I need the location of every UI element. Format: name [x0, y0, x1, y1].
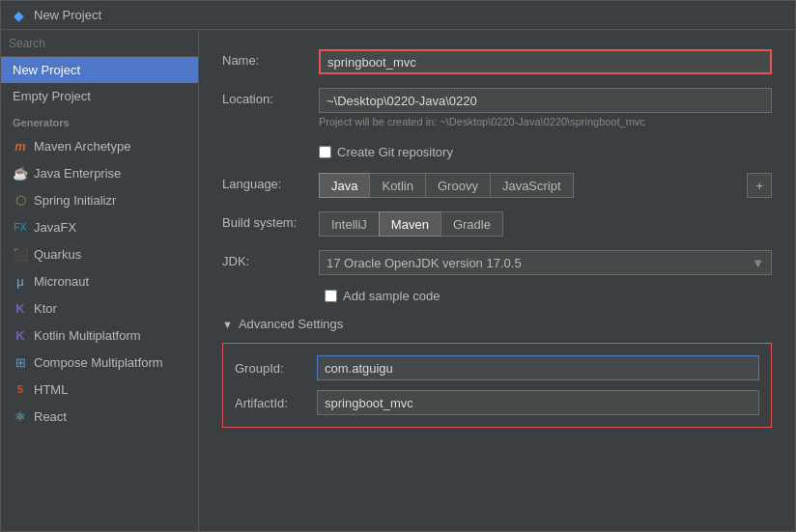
kotlin-multiplatform-icon: K [13, 327, 28, 343]
build-system-row: Build system: IntelliJ Maven Gradle [222, 211, 772, 237]
window-title: New Project [34, 8, 101, 22]
group-id-row: GroupId: [235, 355, 759, 380]
language-control: Java Kotlin Groovy JavaScript [319, 173, 743, 198]
html-label: HTML [34, 382, 68, 397]
jdk-control: 17 Oracle OpenJDK version 17.0.5 ▼ [319, 250, 772, 275]
new-project-window: ◆ New Project New Project Empty Project … [0, 0, 796, 532]
location-label: Location: [222, 88, 319, 106]
name-control [319, 49, 772, 74]
empty-project-label: Empty Project [13, 89, 91, 103]
sidebar-item-java-enterprise[interactable]: ☕ Java Enterprise [1, 159, 198, 186]
title-bar: ◆ New Project [1, 1, 795, 30]
react-label: React [34, 409, 67, 424]
git-row: Create Git repository [222, 141, 772, 159]
language-add-btn[interactable]: + [747, 173, 772, 198]
name-input[interactable] [319, 49, 772, 74]
spring-initializr-label: Spring Initializr [34, 193, 116, 208]
git-checkbox-label: Create Git repository [337, 145, 453, 159]
maven-archetype-label: Maven Archetype [34, 139, 130, 154]
html-icon: 5 [13, 381, 28, 397]
sidebar-item-empty-project[interactable]: Empty Project [1, 83, 198, 109]
git-checkbox-row: Create Git repository [319, 145, 772, 159]
java-enterprise-label: Java Enterprise [34, 166, 121, 181]
language-javascript-btn[interactable]: JavaScript [490, 173, 574, 198]
name-row: Name: [222, 49, 772, 74]
add-sample-label: Add sample code [343, 289, 440, 303]
name-label: Name: [222, 49, 319, 68]
jdk-label: JDK: [222, 250, 319, 268]
window-icon: ◆ [11, 8, 26, 23]
quarkus-label: Quarkus [34, 247, 81, 262]
micronaut-label: Micronaut [34, 274, 89, 289]
build-system-label: Build system: [222, 211, 319, 230]
advanced-settings-label: Advanced Settings [239, 317, 343, 331]
sidebar: New Project Empty Project Generators m M… [1, 30, 199, 531]
build-system-control: IntelliJ Maven Gradle [319, 211, 772, 237]
sidebar-item-react[interactable]: ⚛ React [1, 403, 198, 430]
main-panel: Name: Location: Project will be created … [199, 30, 795, 531]
sidebar-item-micronaut[interactable]: μ Micronaut [1, 267, 198, 294]
build-gradle-btn[interactable]: Gradle [441, 211, 503, 237]
add-sample-checkbox[interactable] [325, 290, 337, 302]
group-id-input[interactable] [317, 355, 759, 380]
spring-icon: ⬡ [13, 192, 28, 208]
compose-icon: ⊞ [13, 354, 28, 370]
sidebar-item-javafx[interactable]: FX JavaFX [1, 213, 198, 240]
git-control: Create Git repository [319, 141, 772, 159]
sidebar-item-new-project[interactable]: New Project [1, 57, 198, 83]
advanced-settings-content: GroupId: ArtifactId: [222, 343, 772, 428]
java-enterprise-icon: ☕ [13, 165, 28, 181]
sidebar-item-maven-archetype[interactable]: m Maven Archetype [1, 132, 198, 159]
jdk-select-wrapper: 17 Oracle OpenJDK version 17.0.5 ▼ [319, 250, 772, 275]
build-maven-btn[interactable]: Maven [379, 211, 441, 237]
build-system-btn-group: IntelliJ Maven Gradle [319, 211, 772, 237]
search-bar[interactable] [1, 30, 198, 57]
git-spacer [222, 141, 319, 145]
language-groovy-btn[interactable]: Groovy [425, 173, 490, 198]
react-icon: ⚛ [13, 408, 28, 424]
maven-icon: m [13, 138, 28, 154]
location-input[interactable] [319, 88, 772, 113]
micronaut-icon: μ [13, 273, 28, 289]
group-id-label: GroupId: [235, 361, 317, 376]
sidebar-item-kotlin-multiplatform[interactable]: K Kotlin Multiplatform [1, 322, 198, 349]
search-input[interactable] [9, 37, 190, 50]
sidebar-item-html[interactable]: 5 HTML [1, 376, 198, 403]
sidebar-item-spring-initializr[interactable]: ⬡ Spring Initializr [1, 186, 198, 213]
language-label: Language: [222, 173, 319, 191]
language-row: Language: Java Kotlin Groovy JavaScript … [222, 173, 772, 198]
location-hint: Project will be created in: ~\Desktop\02… [319, 116, 772, 127]
language-kotlin-btn[interactable]: Kotlin [369, 173, 425, 198]
kotlin-multiplatform-label: Kotlin Multiplatform [34, 328, 141, 343]
ktor-label: Ktor [34, 301, 57, 316]
artifact-id-label: ArtifactId: [235, 396, 317, 410]
sidebar-item-ktor[interactable]: K Ktor [1, 294, 198, 322]
generators-section-label: Generators [1, 109, 198, 132]
add-sample-row: Add sample code [222, 289, 772, 303]
jdk-row: JDK: 17 Oracle OpenJDK version 17.0.5 ▼ [222, 250, 772, 275]
build-intellij-btn[interactable]: IntelliJ [319, 211, 379, 237]
new-project-label: New Project [13, 63, 80, 77]
sidebar-item-compose-multiplatform[interactable]: ⊞ Compose Multiplatform [1, 349, 198, 376]
sidebar-item-quarkus[interactable]: ⬛ Quarkus [1, 240, 198, 267]
jdk-select[interactable]: 17 Oracle OpenJDK version 17.0.5 [319, 250, 772, 275]
location-control: Project will be created in: ~\Desktop\02… [319, 88, 772, 127]
compose-multiplatform-label: Compose Multiplatform [34, 355, 163, 370]
advanced-settings-header[interactable]: ▼ Advanced Settings [222, 317, 772, 331]
artifact-id-row: ArtifactId: [235, 390, 759, 415]
artifact-id-input[interactable] [317, 390, 759, 415]
git-checkbox[interactable] [319, 146, 331, 158]
location-row: Location: Project will be created in: ~\… [222, 88, 772, 127]
main-content: New Project Empty Project Generators m M… [1, 30, 795, 531]
advanced-chevron-icon: ▼ [222, 319, 233, 330]
language-java-btn[interactable]: Java [319, 173, 369, 198]
advanced-settings-section: ▼ Advanced Settings GroupId: ArtifactId: [222, 317, 772, 428]
javafx-icon: FX [13, 219, 28, 235]
javafx-label: JavaFX [34, 220, 76, 235]
ktor-icon: K [13, 300, 28, 316]
language-btn-group: Java Kotlin Groovy JavaScript [319, 173, 743, 198]
quarkus-icon: ⬛ [13, 246, 28, 262]
